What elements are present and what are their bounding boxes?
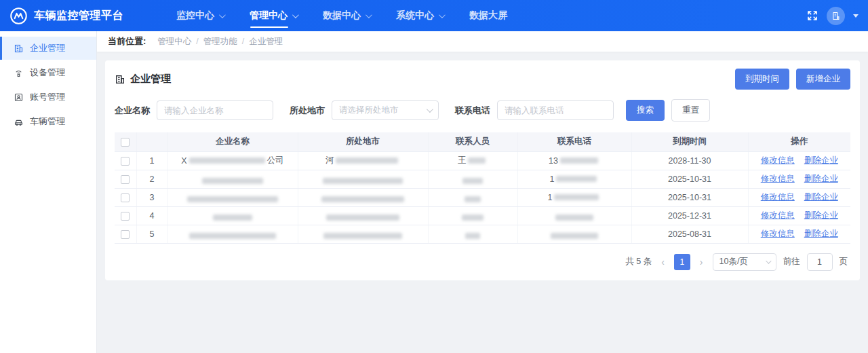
breadcrumb: 当前位置: 管理中心 / 管理功能 / 企业管理 <box>97 31 868 52</box>
add-enterprise-button[interactable]: 新增企业 <box>796 69 850 90</box>
sidebar-item-account[interactable]: 账号管理 <box>0 86 96 109</box>
redacted-text <box>551 233 598 239</box>
city-select[interactable]: 请选择所处地市 <box>332 100 439 120</box>
delete-enterprise-link[interactable]: 删除企业 <box>804 192 838 202</box>
delete-enterprise-link[interactable]: 删除企业 <box>804 155 838 165</box>
col-actions: 操作 <box>748 132 850 151</box>
expire-date: 2025-10-31 <box>631 170 748 188</box>
sidebar-item-label: 企业管理 <box>30 42 65 54</box>
page-size-select[interactable]: 10条/页 <box>713 253 776 271</box>
redacted-text <box>321 196 404 202</box>
redacted-text <box>326 215 399 221</box>
redacted-text <box>189 157 265 164</box>
breadcrumb-item-enterprise[interactable]: 企业管理 <box>249 36 283 48</box>
redacted-text <box>555 215 593 221</box>
breadcrumb-separator: / <box>242 37 244 46</box>
redacted-text <box>560 157 598 164</box>
breadcrumb-item-manage-func[interactable]: 管理功能 <box>203 36 237 48</box>
nav-label: 管理中心 <box>250 10 288 22</box>
sidebar-item-label: 设备管理 <box>30 67 65 79</box>
search-button[interactable]: 搜索 <box>626 100 665 121</box>
device-icon <box>14 68 24 78</box>
redacted-text <box>336 157 398 164</box>
delete-enterprise-link[interactable]: 删除企业 <box>804 174 838 183</box>
edit-info-link[interactable]: 修改信息 <box>761 155 795 165</box>
redacted-text <box>323 233 402 239</box>
chevron-down-icon <box>439 12 446 18</box>
next-page-button[interactable]: › <box>697 257 706 267</box>
delete-enterprise-link[interactable]: 删除企业 <box>804 210 838 220</box>
brand: 车辆监控管理平台 <box>9 7 164 25</box>
chevron-down-icon <box>427 106 433 113</box>
app-title: 车辆监控管理平台 <box>34 9 123 23</box>
goto-page-input[interactable] <box>807 253 833 271</box>
building-icon <box>115 74 125 85</box>
row-index: 4 <box>136 206 167 225</box>
reset-button[interactable]: 重置 <box>671 99 710 122</box>
col-phone: 联系电话 <box>517 132 631 151</box>
col-date: 到期时间 <box>631 132 748 151</box>
redacted-text <box>554 194 599 200</box>
redacted-text <box>213 215 252 221</box>
goto-label: 前往 <box>783 256 800 267</box>
avatar-dropdown-caret-icon[interactable] <box>853 14 859 18</box>
row-checkbox[interactable] <box>121 175 130 184</box>
nav-label: 系统中心 <box>396 10 434 22</box>
sidebar-item-vehicle[interactable]: 车辆管理 <box>0 110 96 133</box>
breadcrumb-item-manage-center[interactable]: 管理中心 <box>157 36 191 48</box>
row-checkbox[interactable] <box>121 230 130 239</box>
row-checkbox[interactable] <box>121 193 130 202</box>
prev-page-button[interactable]: ‹ <box>658 257 667 267</box>
select-all-checkbox[interactable] <box>121 138 130 147</box>
sidebar-item-device[interactable]: 设备管理 <box>0 61 96 84</box>
nav-data-center[interactable]: 数据中心 <box>323 0 370 31</box>
expire-date: 2028-11-30 <box>631 151 748 170</box>
goto-suffix: 页 <box>840 256 848 267</box>
contact-phone-input[interactable] <box>497 100 614 120</box>
edit-info-link[interactable]: 修改信息 <box>761 174 795 183</box>
enterprise-table: 企业名称 所处地市 联系人员 联系电话 到期时间 操作 1 X公司 <box>115 132 850 244</box>
nav-system-center[interactable]: 系统中心 <box>396 0 443 31</box>
phone-filter-label: 联系电话 <box>455 105 490 117</box>
delete-enterprise-link[interactable]: 删除企业 <box>804 229 838 238</box>
expire-date: 2025-08-31 <box>631 225 748 243</box>
table-row: 1 X公司 河 王 13 2028-11-30 修改信息删除企业 <box>115 151 850 170</box>
building-icon <box>14 43 24 54</box>
sidebar-item-label: 账号管理 <box>30 91 65 103</box>
row-checkbox[interactable] <box>121 212 130 221</box>
table-header-row: 企业名称 所处地市 联系人员 联系电话 到期时间 操作 <box>115 132 850 151</box>
row-index: 2 <box>136 170 167 188</box>
nav-monitor-center[interactable]: 监控中心 <box>176 0 224 31</box>
sidebar-item-label: 车辆管理 <box>30 115 65 128</box>
nav-manage-center[interactable]: 管理中心 <box>250 0 297 31</box>
enterprise-panel: 企业管理 到期时间 新增企业 企业名称 所处地市 请选择所处地市 联系电 <box>105 60 860 280</box>
fullscreen-icon[interactable] <box>806 10 818 22</box>
row-index: 5 <box>136 225 167 243</box>
panel-title-text: 企业管理 <box>130 73 171 86</box>
chevron-down-icon <box>366 12 372 18</box>
table-row: 4 2025-12-31 修改信息删除企业 <box>115 206 850 225</box>
edit-info-link[interactable]: 修改信息 <box>761 192 795 202</box>
table-row: 5 2025-08-31 修改信息删除企业 <box>115 225 850 243</box>
row-index: 1 <box>136 151 167 170</box>
top-navbar: 车辆监控管理平台 监控中心 管理中心 数据中心 系统中心 数据大屏 <box>0 0 868 31</box>
nav-label: 数据大屏 <box>469 10 507 22</box>
page-1-button[interactable]: 1 <box>674 254 690 270</box>
city-select-placeholder: 请选择所处地市 <box>339 105 399 116</box>
expire-time-button[interactable]: 到期时间 <box>735 69 789 90</box>
total-count: 共 5 条 <box>625 256 652 267</box>
redacted-text <box>465 196 481 202</box>
nav-label: 数据中心 <box>323 10 361 22</box>
edit-info-link[interactable]: 修改信息 <box>761 229 795 238</box>
edit-info-link[interactable]: 修改信息 <box>761 210 795 220</box>
user-avatar[interactable] <box>827 7 845 25</box>
app-logo-icon <box>9 7 28 25</box>
nav-data-screen[interactable]: 数据大屏 <box>469 0 507 31</box>
sidebar-item-enterprise[interactable]: 企业管理 <box>0 37 96 60</box>
redacted-text <box>462 178 483 184</box>
table-row: 2 1 2025-10-31 修改信息删除企业 <box>115 170 850 188</box>
redacted-text <box>468 157 486 164</box>
panel-title: 企业管理 <box>115 73 171 86</box>
enterprise-name-input[interactable] <box>157 100 273 120</box>
row-checkbox[interactable] <box>121 157 130 166</box>
